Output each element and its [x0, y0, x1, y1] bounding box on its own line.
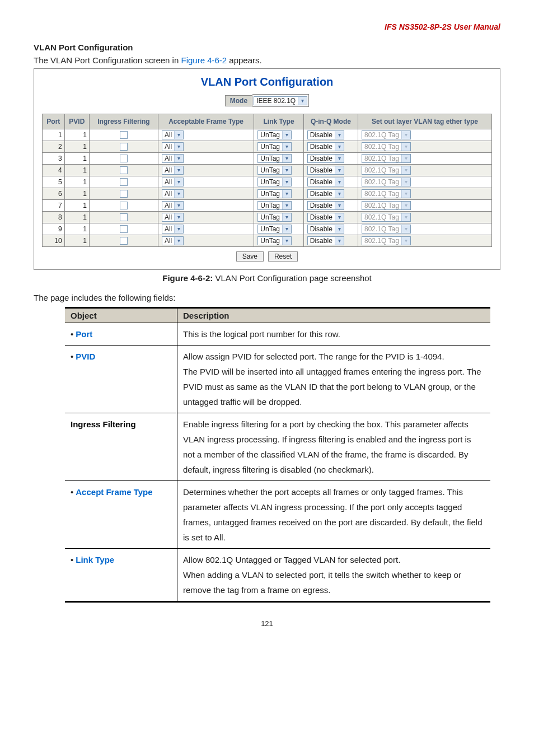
- select[interactable]: All▾: [162, 166, 184, 175]
- select[interactable]: 802.1Q Tag▾: [362, 178, 411, 186]
- select[interactable]: UnTag▾: [257, 225, 292, 234]
- ingress-checkbox[interactable]: [120, 190, 128, 198]
- select[interactable]: UnTag▾: [257, 154, 292, 163]
- ingress-checkbox[interactable]: [120, 225, 128, 233]
- select[interactable]: UnTag▾: [257, 236, 292, 245]
- chevron-down-icon: ▾: [174, 131, 183, 139]
- select[interactable]: All▾: [162, 154, 184, 163]
- chevron-down-icon: ▾: [401, 225, 410, 233]
- desc-object: •Link Type: [65, 549, 177, 602]
- select-value: All: [162, 166, 174, 175]
- select-value: All: [162, 142, 174, 151]
- reset-button[interactable]: Reset: [268, 251, 298, 262]
- select[interactable]: Disable▾: [307, 225, 344, 234]
- select[interactable]: UnTag▾: [257, 201, 292, 210]
- select[interactable]: Disable▾: [307, 178, 344, 186]
- select[interactable]: All▾: [162, 178, 184, 186]
- chevron-down-icon: ▾: [282, 202, 291, 209]
- select[interactable]: Disable▾: [307, 189, 344, 198]
- chevron-down-icon: ▾: [335, 237, 344, 245]
- select[interactable]: All▾: [162, 130, 184, 139]
- select[interactable]: 802.1Q Tag▾: [362, 142, 411, 151]
- cell-port: 3: [43, 153, 65, 165]
- select[interactable]: 802.1Q Tag▾: [362, 213, 411, 222]
- select-value: All: [162, 201, 174, 210]
- select[interactable]: UnTag▾: [257, 142, 292, 151]
- select-value: UnTag: [258, 154, 282, 163]
- chevron-down-icon: ▾: [335, 202, 344, 209]
- ingress-checkbox[interactable]: [120, 213, 128, 221]
- cell-pvid[interactable]: 1: [64, 212, 89, 223]
- col-port: Port: [43, 114, 65, 129]
- cell-ingress: [90, 223, 158, 235]
- chevron-down-icon: ▾: [174, 155, 183, 162]
- button-row: Save Reset: [42, 251, 492, 262]
- bullet-icon: •: [71, 555, 73, 564]
- cell-pvid[interactable]: 1: [64, 176, 89, 188]
- chevron-down-icon: ▾: [282, 155, 291, 162]
- select[interactable]: UnTag▾: [257, 189, 292, 198]
- cell-pvid[interactable]: 1: [64, 188, 89, 200]
- mode-select[interactable]: IEEE 802.1Q▾: [254, 96, 307, 105]
- cell-pvid[interactable]: 1: [64, 129, 89, 141]
- cell-pvid[interactable]: 1: [64, 153, 89, 165]
- desc-label: Accept Frame Type: [76, 487, 152, 497]
- cell-pvid[interactable]: 1: [64, 200, 89, 212]
- select[interactable]: Disable▾: [307, 130, 344, 139]
- select[interactable]: UnTag▾: [257, 166, 292, 175]
- desc-row: Ingress FilteringEnable ingress filterin…: [65, 413, 490, 481]
- select[interactable]: UnTag▾: [257, 213, 292, 222]
- select[interactable]: UnTag▾: [257, 130, 292, 139]
- cell-pvid[interactable]: 1: [64, 235, 89, 247]
- ingress-checkbox[interactable]: [120, 131, 128, 139]
- select[interactable]: UnTag▾: [257, 178, 292, 186]
- config-title: VLAN Port Configuration: [42, 76, 492, 88]
- cell-tag: 802.1Q Tag▾: [358, 235, 492, 247]
- cell-pvid[interactable]: 1: [64, 165, 89, 176]
- cell-pvid[interactable]: 1: [64, 141, 89, 153]
- col-link: Link Type: [254, 114, 303, 129]
- table-row: 81All▾UnTag▾Disable▾802.1Q Tag▾: [43, 212, 492, 223]
- select[interactable]: Disable▾: [307, 213, 344, 222]
- desc-label: Port: [76, 329, 92, 339]
- select[interactable]: All▾: [162, 142, 184, 151]
- save-button[interactable]: Save: [236, 251, 264, 262]
- select[interactable]: 802.1Q Tag▾: [362, 189, 411, 198]
- desc-object: Ingress Filtering: [65, 413, 177, 481]
- intro-figure-link[interactable]: Figure 4-6-2: [181, 55, 227, 65]
- select[interactable]: 802.1Q Tag▾: [362, 225, 411, 234]
- chevron-down-icon: ▾: [335, 166, 344, 174]
- select[interactable]: All▾: [162, 236, 184, 245]
- cell-pvid[interactable]: 1: [64, 223, 89, 235]
- select[interactable]: All▾: [162, 225, 184, 234]
- select[interactable]: All▾: [162, 189, 184, 198]
- select[interactable]: Disable▾: [307, 154, 344, 163]
- cell-link: UnTag▾: [254, 212, 303, 223]
- ingress-checkbox[interactable]: [120, 178, 128, 186]
- select[interactable]: Disable▾: [307, 142, 344, 151]
- select[interactable]: All▾: [162, 213, 184, 222]
- chevron-down-icon: ▾: [401, 143, 410, 151]
- select[interactable]: All▾: [162, 201, 184, 210]
- chevron-down-icon: ▾: [335, 213, 344, 221]
- cell-tag: 802.1Q Tag▾: [358, 188, 492, 200]
- ingress-checkbox[interactable]: [120, 237, 128, 245]
- select[interactable]: Disable▾: [307, 236, 344, 245]
- select[interactable]: 802.1Q Tag▾: [362, 130, 411, 139]
- select[interactable]: 802.1Q Tag▾: [362, 236, 411, 245]
- ingress-checkbox[interactable]: [120, 202, 128, 209]
- select[interactable]: Disable▾: [307, 166, 344, 175]
- ingress-checkbox[interactable]: [120, 143, 128, 151]
- ingress-checkbox[interactable]: [120, 155, 128, 162]
- ingress-checkbox[interactable]: [120, 166, 128, 174]
- chevron-down-icon: ▾: [174, 237, 183, 245]
- chevron-down-icon: ▾: [335, 190, 344, 198]
- cell-qinq: Disable▾: [303, 235, 358, 247]
- select[interactable]: 802.1Q Tag▾: [362, 166, 411, 175]
- select[interactable]: 802.1Q Tag▾: [362, 154, 411, 163]
- cell-qinq: Disable▾: [303, 223, 358, 235]
- table-row: 11All▾UnTag▾Disable▾802.1Q Tag▾: [43, 129, 492, 141]
- cell-accept: All▾: [158, 176, 254, 188]
- select[interactable]: 802.1Q Tag▾: [362, 201, 411, 210]
- select[interactable]: Disable▾: [307, 201, 344, 210]
